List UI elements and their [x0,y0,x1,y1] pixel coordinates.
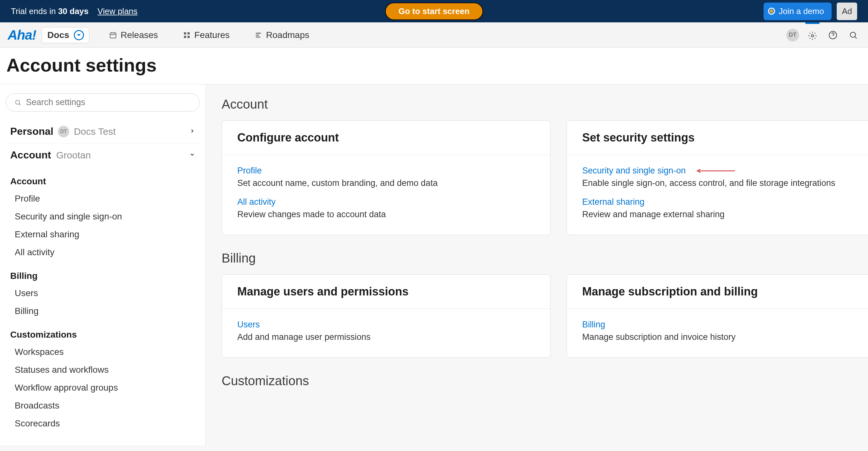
section-heading: Customizations [222,374,852,388]
product-switcher[interactable]: Docs [42,27,89,43]
svg-rect-0 [110,33,116,38]
avatar: DT [58,126,69,137]
svg-rect-7 [187,36,190,38]
sidebar-item[interactable]: Security and single sign-on [6,208,199,226]
sidebar-item[interactable]: Billing [6,302,199,320]
card-title: Set security settings [567,121,868,155]
sidebar-item[interactable]: Scorecards [6,415,199,432]
settings-card: Configure accountProfileSet account name… [222,120,551,235]
search-icon [849,31,858,40]
arrow-annotation-icon [696,169,735,173]
card-title: Configure account [222,121,550,155]
sidebar: Personal DT Docs Test Account Grootan Ac… [0,84,206,445]
settings-card: Manage subscription and billingBillingMa… [566,274,868,358]
scope-label: Personal [10,125,53,137]
topbar: Aha! Docs Releases Features Roadmaps DT [0,22,868,48]
svg-rect-5 [187,32,190,34]
card-link[interactable]: All activity [237,197,535,207]
avatar[interactable]: DT [786,29,799,41]
scope-label: Account [10,149,51,161]
card-title: Manage subscription and billing [567,275,868,309]
page-title: Account settings [6,54,862,76]
search-input[interactable] [26,97,191,107]
nav-releases[interactable]: Releases [104,27,163,43]
logo[interactable]: Aha! [8,27,36,43]
nav-features[interactable]: Features [178,27,235,43]
svg-point-13 [850,32,856,37]
search-settings[interactable] [6,93,199,112]
svg-rect-6 [184,36,186,38]
card-desc: Review changes made to account data [237,210,535,219]
card-desc: Review and manage external sharing [582,210,868,219]
card-link[interactable]: Security and single sign-on [582,166,868,176]
sidebar-group-head: Customizations [6,320,199,343]
go-to-start-screen-button[interactable]: Go to start screen [385,3,483,20]
card-link[interactable]: Users [237,320,535,330]
join-demo-button[interactable]: Join a demo [764,3,832,20]
svg-point-15 [16,100,20,104]
view-plans-link[interactable]: View plans [97,6,137,16]
card-desc: Enable single sign-on, access control, a… [582,178,868,188]
section-heading: Account [222,97,852,112]
help-button[interactable] [826,28,840,42]
sidebar-item[interactable]: Profile [6,190,199,208]
sidebar-item[interactable]: Users [6,284,199,302]
add-button[interactable]: Ad [837,3,857,20]
settings-card: Manage users and permissionsUsersAdd and… [222,274,551,358]
grid-icon [183,31,191,39]
chevron-down-icon [189,152,195,159]
sidebar-group-head: Billing [6,261,199,284]
gear-icon [808,31,817,40]
scope-sub: Grootan [56,150,91,161]
trial-text: Trial ends in 30 days [11,6,89,16]
card-desc: Set account name, custom branding, and d… [237,178,535,188]
scope-account[interactable]: Account Grootan [6,143,199,167]
record-icon [768,8,775,15]
chevron-down-icon [74,30,84,40]
search-icon [14,99,21,106]
scope-sub: Docs Test [74,126,116,137]
svg-point-11 [811,35,814,37]
roadmap-icon [254,31,262,39]
card-link[interactable]: External sharing [582,197,868,207]
sidebar-item[interactable]: External sharing [6,226,199,243]
section-heading: Billing [222,251,852,265]
svg-rect-4 [184,32,186,34]
trial-banner: Trial ends in 30 days View plans Go to s… [0,0,868,22]
chevron-right-icon [189,128,195,135]
search-button[interactable] [846,28,860,42]
card-title: Manage users and permissions [222,275,550,309]
svg-line-16 [19,103,21,105]
card-link[interactable]: Profile [237,166,535,176]
card-desc: Add and manage user permissions [237,332,535,342]
settings-button[interactable] [805,22,819,48]
help-icon [828,31,837,40]
calendar-icon [109,31,117,39]
main-content: AccountConfigure accountProfileSet accou… [206,84,868,445]
scope-personal[interactable]: Personal DT Docs Test [6,120,199,143]
sidebar-item[interactable]: Workflow approval groups [6,379,199,397]
sidebar-item[interactable]: Broadcasts [6,397,199,415]
page-title-bar: Account settings [0,48,868,84]
card-desc: Manage subscription and invoice history [582,332,868,342]
sidebar-item[interactable]: Statuses and workflows [6,361,199,379]
sidebar-item[interactable]: Workspaces [6,343,199,361]
sidebar-group-head: Account [6,167,199,190]
card-link[interactable]: Billing [582,320,868,330]
nav-roadmaps[interactable]: Roadmaps [249,27,314,43]
sidebar-item[interactable]: All activity [6,243,199,261]
settings-card: Set security settingsSecurity and single… [566,120,868,235]
svg-line-14 [855,36,857,38]
